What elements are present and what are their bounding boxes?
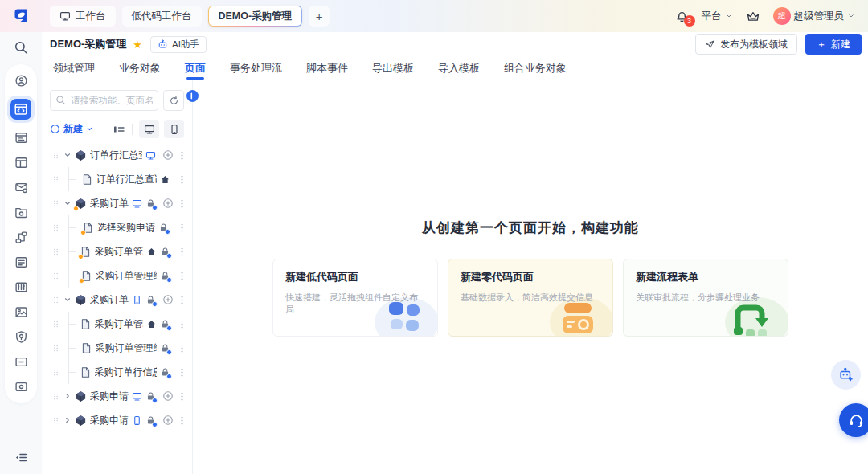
home-icon [146,319,157,329]
more-menu-icon[interactable] [177,295,187,305]
module-tab[interactable]: 领域管理 [53,56,95,80]
tree-page-row[interactable]: 采购订单管理... [42,312,192,336]
tree-group-row[interactable]: 采购订单管理 [42,288,192,312]
add-page-icon[interactable] [162,415,174,426]
page-icon [81,174,93,186]
rail-item-page-grid[interactable] [14,156,28,170]
rail-item-form-list[interactable] [14,255,28,269]
rail-item-user-workspace[interactable] [14,74,28,88]
more-menu-icon[interactable] [177,247,187,257]
favorite-star-icon[interactable]: ★ [133,39,142,51]
rail-item-pages[interactable] [10,99,31,120]
workbench-button[interactable]: 工作台 [50,6,116,27]
tree-collapse-icon[interactable] [113,123,125,136]
rail-item-folder-settings[interactable] [14,206,28,219]
rail-item-shield[interactable] [14,330,28,344]
tree-item-label: 订单行汇总查询 [90,149,142,162]
tree-connector [68,167,78,191]
lock-icon [145,198,156,209]
tab-lowcode-workbench[interactable]: 低代码工作台 [122,6,202,27]
tree-connector [68,312,76,336]
tree-search-input[interactable] [50,90,158,111]
more-menu-icon[interactable] [177,319,187,329]
tree-group-row[interactable]: 采购申请管理 [42,384,192,408]
more-menu-icon[interactable] [177,271,187,281]
top-bar: 工作台 低代码工作台 DEMO-采购管理 + 3 平台 超 超级管理员 [0,0,868,32]
avatar: 超 [773,7,791,25]
tree-page-row[interactable]: 订单行汇总查询 [42,167,192,191]
blue-badge [152,301,158,307]
more-menu-icon[interactable] [177,223,187,233]
add-page-icon[interactable] [162,390,174,402]
desktop-view-toggle[interactable] [139,120,159,138]
crown-icon[interactable] [746,9,760,23]
tree-item-label: 采购申请管理 [90,414,129,427]
tab-demo-procurement[interactable]: DEMO-采购管理 [208,6,303,27]
module-tab[interactable]: 脚本事件 [306,56,348,80]
tree-page-row[interactable]: 采购订单管理... [42,239,192,264]
create-card-blue[interactable]: 新建低代码页面快速搭建，灵活拖拽组件自定义布局 [272,259,438,337]
module-tab[interactable]: 组合业务对象 [504,56,567,80]
tree-page-row[interactable]: 采购订单管理维护 [42,264,192,288]
refresh-button[interactable] [163,90,184,111]
rail-item-flow[interactable] [14,231,28,244]
drag-icon [51,392,60,401]
module-tab[interactable]: 页面 [185,56,206,80]
tree-new-button[interactable]: 新建 [50,122,93,136]
home-icon [160,174,170,185]
headset-icon [848,412,865,429]
more-menu-icon[interactable] [177,391,187,402]
module-tab[interactable]: 导出模板 [372,56,414,80]
tree-item-label: 采购订单管理 [90,293,129,307]
customer-service-fab[interactable] [839,403,868,437]
tree-group-row[interactable]: 采购申请管理 [42,408,192,432]
more-menu-icon[interactable] [177,198,187,209]
platform-menu[interactable]: 平台 [702,10,733,23]
more-menu-icon[interactable] [177,343,187,353]
add-page-icon[interactable] [162,198,174,209]
blue-badge [166,253,172,259]
tree-page-row[interactable]: 采购订单行信息维护 [42,360,192,384]
add-page-icon[interactable] [162,294,174,305]
rail-item-card-settings[interactable] [14,380,28,394]
create-card-green[interactable]: 新建流程表单关联审批流程，分步骤处理业务 [623,259,788,337]
rail-item-sliders[interactable] [14,280,28,294]
rail-item-card-minus[interactable] [14,355,28,369]
tree-group-row[interactable]: 订单行汇总查询 [42,143,192,167]
rail-item-media[interactable] [14,305,28,319]
panel-collapse-handle[interactable] [186,90,199,102]
rail-item-page-window[interactable] [14,131,28,145]
new-tab-button[interactable]: + [309,6,330,27]
more-menu-icon[interactable] [177,367,187,378]
tree-page-row[interactable]: 选择采购申请 [42,215,192,239]
main-area: 从创建第一个页面开始，构建功能 新建低代码页面快速搭建，灵活拖拽组件自定义布局新… [193,80,868,474]
user-menu[interactable]: 超 超级管理员 [773,7,856,25]
module-tab[interactable]: 事务处理流 [230,56,282,80]
create-button[interactable]: ＋ 新建 [805,34,862,55]
empty-state-title: 从创建第一个页面开始，构建功能 [193,219,868,237]
more-menu-icon[interactable] [177,415,187,426]
mobile-view-toggle[interactable] [164,120,184,138]
rail-item-message-settings[interactable] [14,181,28,194]
module-tab[interactable]: 业务对象 [119,56,161,80]
chevron-down-icon [725,12,733,20]
more-menu-icon[interactable] [177,174,187,185]
ai-assistant-button[interactable]: AI助手 [150,36,207,53]
tree-page-row[interactable]: 采购订单管理维护 [42,336,192,360]
more-menu-icon[interactable] [177,150,187,161]
publish-template-button[interactable]: 发布为模板领域 [695,34,797,55]
blue-badge [152,205,158,210]
module-tabs: 领域管理业务对象页面事务处理流脚本事件导出模板导入模板组合业务对象 [42,56,868,80]
ai-create-fab[interactable] [831,360,861,390]
notification-bell-icon[interactable]: 3 [675,10,689,23]
app-logo-icon[interactable] [11,6,31,26]
module-tab[interactable]: 导入模板 [438,56,480,80]
icon-rail [0,32,42,474]
blue-badge [166,349,172,355]
collapse-menu-icon[interactable] [14,451,28,464]
card-desc: 关联审批流程，分步骤处理业务 [636,292,776,304]
tree-group-row[interactable]: 采购订单管理 [42,191,192,215]
add-page-icon[interactable] [162,149,174,161]
create-card-orange[interactable]: 新建零代码页面基础数据录入，简洁高效提交信息 [448,259,613,337]
search-icon[interactable] [14,40,28,55]
